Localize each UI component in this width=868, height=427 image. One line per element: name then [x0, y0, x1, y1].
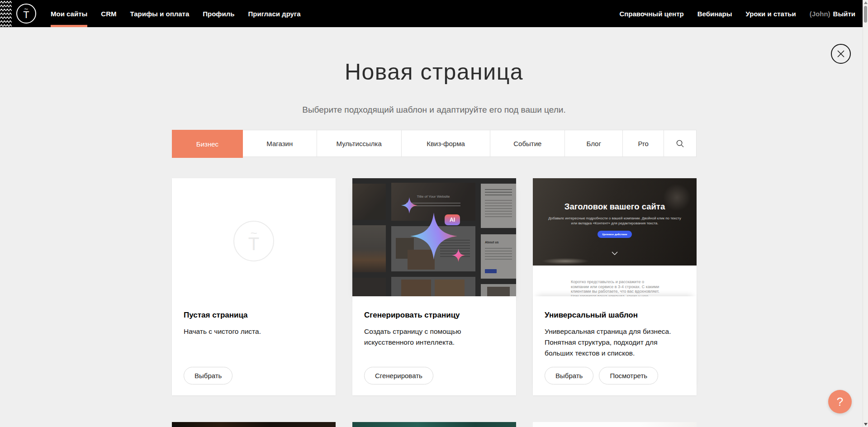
watermark-letter: T: [248, 236, 259, 252]
template-category-tabs: Бизнес Магазин Мультиссылка Квиз-форма С…: [172, 130, 697, 157]
select-blank-button[interactable]: Выбрать: [184, 367, 232, 384]
page-subtitle: Выберите подходящий шаблон и адаптируйте…: [0, 105, 868, 115]
tilda-logo[interactable]: ~ T: [16, 4, 36, 24]
scrollbar-thumb[interactable]: [864, 6, 867, 23]
help-button[interactable]: ?: [828, 390, 852, 413]
card-description: Универсальная страница для бизнеса. Поня…: [545, 326, 685, 359]
card-body: Универсальный шаблон Универсальная стран…: [533, 296, 697, 395]
card-body: Сгенерировать страницу Создать страницу …: [352, 296, 516, 395]
user-name: (John): [810, 10, 830, 18]
template-card-blank[interactable]: ~ T Пустая страница Начать с чистого лис…: [172, 178, 336, 395]
card-actions: Сгенерировать: [364, 367, 433, 384]
nav-pricing[interactable]: Тарифы и оплата: [130, 0, 189, 27]
tab-quiz-form[interactable]: Квиз-форма: [402, 130, 491, 157]
card-description: Создать страницу с помощью искусственног…: [364, 326, 504, 348]
next-row-card-preview[interactable]: [172, 422, 336, 427]
close-icon: [837, 50, 845, 58]
search-icon: [676, 139, 684, 148]
nav-help-center[interactable]: Справочный центр: [619, 0, 683, 27]
tab-multilink[interactable]: Мультиссылка: [317, 130, 402, 157]
tab-business[interactable]: Бизнес: [172, 130, 243, 158]
ai-badge: AI: [445, 214, 460, 225]
sparkle-small-icon: [401, 197, 417, 214]
blank-preview: ~ T: [172, 178, 336, 296]
nav-invite-friend[interactable]: Пригласи друга: [248, 0, 300, 27]
generate-button[interactable]: Сгенерировать: [364, 367, 433, 384]
scrollbar[interactable]: [863, 0, 868, 427]
card-title: Сгенерировать страницу: [364, 311, 504, 320]
main-menu: Мои сайты CRM Тарифы и оплата Профиль Пр…: [51, 0, 301, 27]
hero-cta-button: Целевое действие: [598, 231, 632, 238]
next-row-card-preview[interactable]: [533, 422, 697, 427]
tab-search[interactable]: [664, 130, 696, 157]
hero-title: Заголовок вашего сайта: [533, 202, 697, 212]
tab-store[interactable]: Магазин: [243, 130, 317, 157]
user-block: (John) Выйти: [810, 0, 855, 27]
tilda-watermark-icon: ~ T: [233, 221, 274, 261]
next-row-card-preview[interactable]: [352, 422, 516, 427]
logout-link[interactable]: Выйти: [833, 10, 855, 18]
page-title: Новая страница: [0, 59, 868, 85]
nav-profile[interactable]: Профиль: [203, 0, 234, 27]
universal-preview: Заголовок вашего сайта Добавьте интересн…: [533, 178, 697, 296]
logo-letter: T: [23, 10, 29, 19]
scrollbar-down-arrow[interactable]: [864, 423, 868, 426]
page: ~ T Мои сайты CRM Тарифы и оплата Профил…: [0, 0, 868, 427]
sparkle-pink-icon: [452, 249, 465, 262]
hero-subtitle: Добавьте интересные подробности о вашей …: [547, 216, 683, 226]
card-body: Пустая страница Начать с чистого листа. …: [172, 296, 336, 395]
template-hero-image: Заголовок вашего сайта Добавьте интересн…: [533, 178, 697, 266]
nav-my-sites[interactable]: Мои сайты: [51, 0, 87, 27]
card-title: Универсальный шаблон: [545, 311, 685, 320]
card-actions: Выбрать: [184, 367, 232, 384]
card-title: Пустая страница: [184, 311, 324, 320]
scrollbar-up-arrow[interactable]: [864, 1, 868, 4]
chevron-down-icon: [612, 251, 618, 255]
ai-collage-preview: Title of Your Website About us: [352, 178, 516, 296]
secondary-menu: Справочный центр Вебинары Уроки и статьи…: [619, 0, 855, 27]
preview-universal-button[interactable]: Посмотреть: [599, 367, 658, 384]
nav-crm[interactable]: CRM: [101, 0, 116, 27]
card-actions: Выбрать Посмотреть: [545, 367, 658, 384]
template-body-text: Коротко представьтесь и расскажите о ком…: [571, 280, 661, 296]
close-button[interactable]: [831, 44, 851, 64]
select-universal-button[interactable]: Выбрать: [545, 367, 593, 384]
top-nav-bar: ~ T Мои сайты CRM Тарифы и оплата Профил…: [0, 0, 868, 27]
card-description: Начать с чистого листа.: [184, 326, 324, 337]
nav-webinars[interactable]: Вебинары: [697, 0, 732, 27]
tab-event[interactable]: Событие: [490, 130, 565, 157]
tab-blog[interactable]: Блог: [565, 130, 623, 157]
template-card-ai-generate[interactable]: Title of Your Website About us: [352, 178, 516, 395]
nav-lessons[interactable]: Уроки и статьи: [746, 0, 796, 27]
tab-pro[interactable]: Pro: [623, 130, 664, 157]
template-card-universal[interactable]: Заголовок вашего сайта Добавьте интересн…: [533, 178, 697, 395]
zigzag-pattern-icon: [0, 0, 12, 27]
